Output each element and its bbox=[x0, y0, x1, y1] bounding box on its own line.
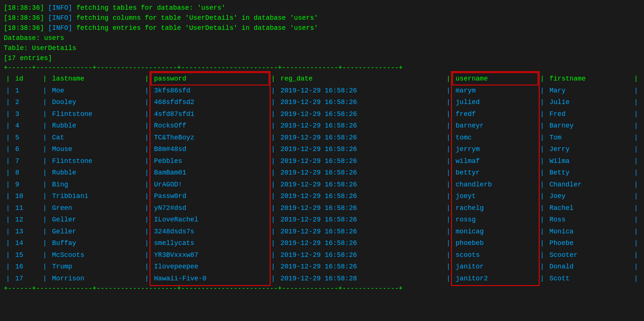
row-11-reg_date: 2019-12-29 16:58:26 bbox=[278, 214, 444, 226]
row-14-reg_date: 2019-12-29 16:58:26 bbox=[278, 249, 444, 261]
row-0-reg_date: 2019-12-29 16:58:26 bbox=[278, 85, 444, 97]
footer-sep: +------+--------------+-----------------… bbox=[4, 284, 640, 293]
row-16-id: 17 bbox=[12, 273, 41, 285]
row-10-pipe-reg_date: | bbox=[269, 202, 278, 214]
row-4-pipe-reg_date: | bbox=[269, 132, 278, 144]
row-14-password: YR3BVxxxw87 bbox=[151, 249, 269, 261]
row-13-pipe-id: | bbox=[4, 237, 12, 249]
table-row: |4|Rubble|RocksOff|2019-12-29 16:58:26|b… bbox=[4, 120, 640, 132]
row-13-pipe-username: | bbox=[444, 237, 453, 249]
row-9-pipe-username: | bbox=[444, 191, 453, 202]
row-15-pipe-reg_date: | bbox=[269, 261, 278, 273]
row-9-pipe-password: | bbox=[143, 191, 151, 202]
log-time-2: [18:38:36] bbox=[4, 14, 48, 22]
row-16-password: Hawaii-Five-0 bbox=[151, 273, 269, 285]
row-7-id: 8 bbox=[12, 167, 41, 179]
row-2-pipe-username: | bbox=[444, 108, 453, 120]
row-9-firstname: Joey bbox=[546, 191, 632, 202]
row-15-username: janitor bbox=[453, 261, 538, 273]
row-8-pipe-password: | bbox=[143, 179, 151, 191]
row-7-pipe-password: | bbox=[143, 167, 151, 179]
row-3-pipe-end: | bbox=[632, 120, 640, 132]
row-4-lastname: Cat bbox=[49, 132, 143, 144]
row-9-pipe-id: | bbox=[4, 191, 12, 202]
row-12-pipe-firstname: | bbox=[538, 226, 547, 238]
row-8-pipe-end: | bbox=[632, 179, 640, 191]
row-8-pipe-lastname: | bbox=[41, 179, 49, 191]
footer-sep-cell: +------+--------------+-----------------… bbox=[4, 284, 640, 293]
header-cell-id: id bbox=[12, 73, 41, 85]
row-12-pipe-end: | bbox=[632, 226, 640, 238]
row-11-pipe-password: | bbox=[143, 214, 151, 226]
row-9-username: joeyt bbox=[453, 191, 538, 202]
header-cell-password: password bbox=[151, 73, 269, 85]
row-14-lastname: McScoots bbox=[49, 249, 143, 261]
row-0-id: 1 bbox=[12, 85, 41, 97]
row-6-pipe-end: | bbox=[632, 155, 640, 167]
row-11-pipe-username: | bbox=[444, 214, 453, 226]
log-section: [18:38:36] [INFO] fetching tables for da… bbox=[4, 3, 640, 33]
table-row: |3|Flintstone|4sfd87sfd1|2019-12-29 16:5… bbox=[4, 108, 640, 120]
row-4-password: TC&TheBoyz bbox=[151, 132, 269, 144]
log-line-3: [18:38:36] [INFO] fetching entries for t… bbox=[4, 23, 640, 33]
row-4-pipe-firstname: | bbox=[538, 132, 547, 144]
row-5-id: 6 bbox=[12, 144, 41, 155]
row-5-pipe-id: | bbox=[4, 144, 12, 155]
row-5-pipe-reg_date: | bbox=[269, 144, 278, 155]
row-15-pipe-lastname: | bbox=[41, 261, 49, 273]
row-11-pipe-end: | bbox=[632, 214, 640, 226]
db-name: Database: users bbox=[4, 33, 640, 43]
row-4-pipe-id: | bbox=[4, 132, 12, 144]
row-0-pipe-username: | bbox=[444, 85, 453, 97]
row-14-pipe-username: | bbox=[444, 249, 453, 261]
row-12-pipe-username: | bbox=[444, 226, 453, 238]
row-5-pipe-firstname: | bbox=[538, 144, 547, 155]
table-row: |16|Trump|Ilovepeepee|2019-12-29 16:58:2… bbox=[4, 261, 640, 273]
row-4-pipe-lastname: | bbox=[41, 132, 49, 144]
table-row: |14|Buffay|smellycats|2019-12-29 16:58:2… bbox=[4, 237, 640, 249]
row-3-pipe-password: | bbox=[143, 120, 151, 132]
row-1-pipe-firstname: | bbox=[538, 97, 547, 108]
row-3-reg_date: 2019-12-29 16:58:26 bbox=[278, 120, 444, 132]
row-0-firstname: Mary bbox=[546, 85, 632, 97]
row-2-pipe-password: | bbox=[143, 108, 151, 120]
row-2-pipe-reg_date: | bbox=[269, 108, 278, 120]
row-1-pipe-username: | bbox=[444, 97, 453, 108]
row-10-pipe-username: | bbox=[444, 202, 453, 214]
row-4-pipe-username: | bbox=[444, 132, 453, 144]
row-10-pipe-password: | bbox=[143, 202, 151, 214]
row-7-reg_date: 2019-12-29 16:58:26 bbox=[278, 167, 444, 179]
row-4-pipe-password: | bbox=[143, 132, 151, 144]
row-0-pipe-id: | bbox=[4, 85, 12, 97]
row-8-pipe-firstname: | bbox=[538, 179, 547, 191]
row-2-pipe-end: | bbox=[632, 108, 640, 120]
row-8-password: UrAGOD! bbox=[151, 179, 269, 191]
row-10-firstname: Rachel bbox=[546, 202, 632, 214]
row-6-pipe-id: | bbox=[4, 155, 12, 167]
row-2-reg_date: 2019-12-29 16:58:26 bbox=[278, 108, 444, 120]
row-1-pipe-reg_date: | bbox=[269, 97, 278, 108]
row-16-pipe-password: | bbox=[143, 273, 151, 285]
row-10-pipe-firstname: | bbox=[538, 202, 547, 214]
row-5-pipe-username: | bbox=[444, 144, 453, 155]
header-pipe-lastname: | bbox=[41, 73, 49, 85]
row-4-firstname: Tom bbox=[546, 132, 632, 144]
row-14-pipe-password: | bbox=[143, 249, 151, 261]
row-11-pipe-reg_date: | bbox=[269, 214, 278, 226]
row-7-password: BamBam01 bbox=[151, 167, 269, 179]
log-line-1: [18:38:36] [INFO] fetching tables for da… bbox=[4, 3, 640, 13]
row-9-pipe-lastname: | bbox=[41, 191, 49, 202]
row-9-pipe-end: | bbox=[632, 191, 640, 202]
row-3-username: barneyr bbox=[453, 120, 538, 132]
row-10-pipe-id: | bbox=[4, 202, 12, 214]
row-2-pipe-id: | bbox=[4, 108, 12, 120]
row-8-pipe-id: | bbox=[4, 179, 12, 191]
row-13-pipe-firstname: | bbox=[538, 237, 547, 249]
row-12-password: 3248dsds7s bbox=[151, 226, 269, 238]
table-name: Table: UserDetails bbox=[4, 43, 640, 53]
row-15-pipe-username: | bbox=[444, 261, 453, 273]
row-13-username: phoebeb bbox=[453, 237, 538, 249]
row-10-password: yN72#dsd bbox=[151, 202, 269, 214]
table-row: |7|Flintstone|Pebbles|2019-12-29 16:58:2… bbox=[4, 155, 640, 167]
row-0-pipe-end: | bbox=[632, 85, 640, 97]
